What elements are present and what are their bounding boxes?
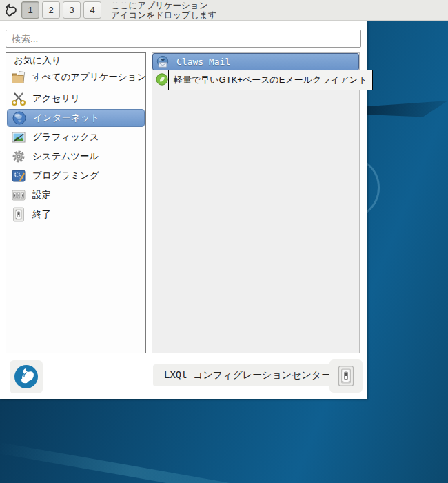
drop-hint-line1: ここにアプリケーション: [111, 1, 217, 10]
lxqt-bird-icon[interactable]: [2, 2, 19, 19]
sidebar-item-accessories[interactable]: アクセサリ: [7, 90, 145, 108]
workspace-button-1[interactable]: 1: [21, 1, 39, 19]
scissors-icon: [10, 90, 27, 107]
wallpaper-streak-decoration: [0, 439, 415, 483]
sidebar-item-favorites[interactable]: お気に入り: [7, 55, 145, 67]
image-icon: [10, 129, 27, 146]
top-panel: 1 2 3 4 ここにアプリケーション アイコンをドロップします: [0, 0, 448, 21]
sidebar-separator: [8, 88, 144, 88]
light-switch-icon: [336, 364, 356, 388]
sidebar-item-all-applications[interactable]: すべてのアプリケーション: [7, 68, 145, 86]
sidebar-item-system-tools[interactable]: システムツール: [7, 148, 145, 166]
search-input[interactable]: [6, 30, 361, 48]
sidebar-item-label: 終了: [32, 208, 51, 221]
claws-mail-icon: [156, 55, 170, 69]
sidebar-item-leave[interactable]: 終了: [7, 206, 145, 224]
folder-icon: [10, 69, 27, 86]
sidebar-item-label: お気に入り: [14, 55, 61, 67]
midori-icon: [155, 72, 169, 86]
workspace-button-2[interactable]: 2: [42, 1, 60, 19]
drop-hint-text: ここにアプリケーション アイコンをドロップします: [111, 1, 217, 20]
workspace-button-4[interactable]: 4: [83, 1, 101, 19]
app-item-claws-mail[interactable]: Claws Mail: [152, 53, 359, 70]
sidebar-item-label: インターネット: [33, 112, 99, 124]
sidebar-item-label: グラフィックス: [32, 131, 99, 144]
app-item-label: Claws Mail: [176, 57, 230, 67]
sidebar-item-label: システムツール: [32, 150, 99, 163]
application-menu-popup: お気に入り すべてのアプリケーション ア: [0, 21, 367, 399]
sidebar-item-label: 設定: [32, 189, 51, 201]
sidebar-item-internet[interactable]: インターネット: [7, 109, 145, 127]
globe-icon: [11, 110, 28, 126]
sidebar-item-programming[interactable]: プログラミング: [7, 167, 145, 185]
sidebar-item-label: プログラミング: [32, 170, 99, 182]
gear-icon: [10, 148, 27, 165]
search-field-wrap: [6, 30, 361, 48]
workspace-button-3[interactable]: 3: [63, 1, 81, 19]
sidebar-item-label: すべてのアプリケーション: [32, 71, 146, 83]
lxqt-configuration-center-button[interactable]: LXQt コンフィグレーションセンター: [153, 364, 342, 386]
application-list-panel: Claws Mail: [152, 52, 360, 353]
programming-icon: [10, 168, 27, 184]
category-sidebar: お気に入り すべてのアプリケーション ア: [6, 52, 146, 353]
lxqt-logo-icon: [12, 363, 40, 391]
sidebar-item-label: アクセサリ: [32, 92, 80, 105]
app-tooltip: 軽量で早いGTK+ベースのEメールクライアント: [168, 70, 373, 90]
lxqt-menu-button[interactable]: [10, 360, 43, 393]
sidebar-item-graphics[interactable]: グラフィックス: [7, 128, 145, 146]
light-switch-icon: [10, 206, 27, 223]
switch-panel-icon: [10, 187, 27, 204]
leave-button[interactable]: [329, 359, 363, 393]
wallpaper-wedge-decoration: [358, 101, 448, 119]
drop-hint-line2: アイコンをドロップします: [111, 10, 217, 20]
sidebar-item-settings[interactable]: 設定: [7, 186, 145, 204]
text-caret: [10, 33, 10, 44]
